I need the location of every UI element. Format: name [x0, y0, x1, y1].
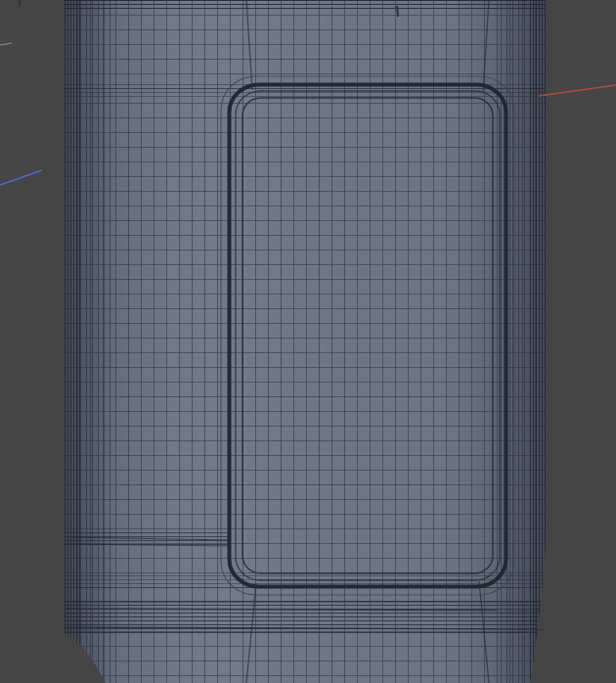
edge-loop-band-upper [65, 84, 546, 100]
x-axis-line [539, 85, 616, 96]
wireframe-vertical-lines [65, 0, 546, 683]
left-edge-tick-mark [0, 43, 12, 45]
mesh-object[interactable] [65, 0, 546, 683]
wireframe-horizontal-lines [65, 0, 546, 683]
edge-loop-band-bottom-rim [65, 601, 546, 634]
z-axis-line [0, 170, 42, 185]
silhouette-contours-left-outer [65, 0, 80, 683]
silhouette-contours-right-inner [501, 0, 530, 683]
silhouette-contours-left-inner [80, 0, 111, 683]
edge-loop-band-top-rim [65, 0, 546, 10]
edge-loop-band-left-mid [65, 532, 229, 548]
silhouette-contours-right-outer [530, 0, 546, 683]
edge-loop-band-panel-bottom [65, 575, 546, 591]
viewport-canvas[interactable] [0, 0, 616, 683]
cylinder-curvature-shading [65, 0, 546, 683]
